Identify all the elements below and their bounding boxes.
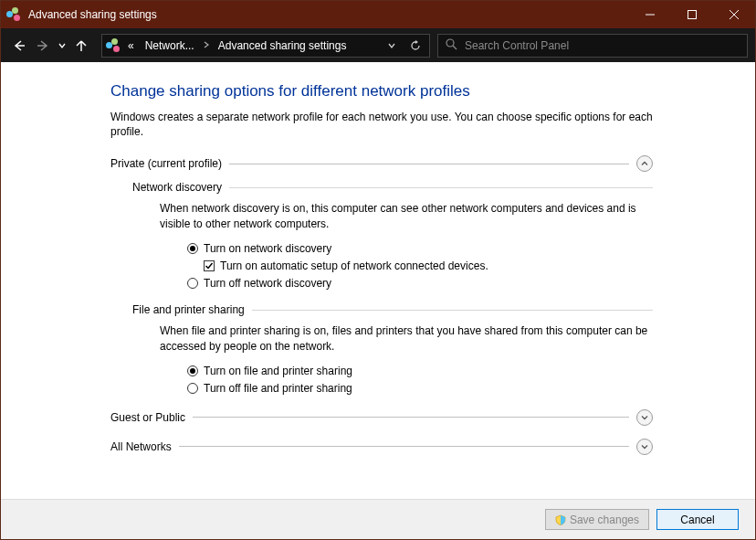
shield-icon: [555, 514, 566, 525]
section-all-title: All Networks: [110, 440, 172, 453]
file-printer-title: File and printer sharing: [132, 303, 245, 316]
cancel-label: Cancel: [680, 514, 714, 526]
titlebar: Advanced sharing settings: [1, 1, 755, 28]
subsection-file-printer: File and printer sharing When file and p…: [132, 303, 653, 396]
radio-label: Turn on file and printer sharing: [204, 364, 352, 379]
footer: Save changes Cancel: [1, 499, 755, 539]
svg-line-5: [453, 46, 457, 49]
radio-icon: [187, 278, 198, 289]
svg-rect-1: [688, 11, 697, 19]
cancel-button[interactable]: Cancel: [656, 509, 739, 530]
window-title: Advanced sharing settings: [28, 8, 629, 21]
section-guest-title: Guest or Public: [110, 411, 185, 424]
save-label: Save changes: [570, 514, 639, 526]
close-button[interactable]: [713, 1, 755, 28]
back-button[interactable]: [8, 35, 30, 57]
content-area: Change sharing options for different net…: [1, 62, 755, 539]
section-all-header[interactable]: All Networks: [110, 439, 653, 455]
checkbox-icon: [204, 260, 215, 271]
page-description: Windows creates a separate network profi…: [110, 110, 653, 139]
section-private-title: Private (current profile): [110, 157, 222, 170]
control-panel-icon: [6, 7, 21, 22]
radio-icon: [187, 383, 198, 394]
radio-file-printer-off[interactable]: Turn off file and printer sharing: [187, 381, 653, 397]
radio-discovery-off[interactable]: Turn off network discovery: [187, 276, 653, 291]
expand-icon[interactable]: [636, 439, 653, 455]
network-discovery-explain: When network discovery is on, this compu…: [160, 201, 653, 232]
network-discovery-title: Network discovery: [132, 181, 222, 194]
radio-discovery-on[interactable]: Turn on network discovery: [187, 241, 653, 257]
file-printer-explain: When file and printer sharing is on, fil…: [160, 323, 653, 355]
navigation-bar: « Network... Advanced sharing settings: [1, 28, 755, 62]
subsection-network-discovery: Network discovery When network discovery…: [132, 181, 653, 291]
search-box[interactable]: [437, 34, 748, 58]
checkbox-label: Turn on automatic setup of network conne…: [220, 259, 488, 274]
section-private-header[interactable]: Private (current profile): [110, 155, 653, 172]
search-input[interactable]: [465, 39, 740, 52]
radio-label: Turn off file and printer sharing: [204, 381, 352, 397]
address-bar[interactable]: « Network... Advanced sharing settings: [101, 34, 430, 58]
search-icon: [446, 38, 457, 53]
radio-label: Turn off network discovery: [204, 276, 331, 291]
radio-file-printer-on[interactable]: Turn on file and printer sharing: [187, 364, 653, 379]
recent-locations-button[interactable]: [56, 35, 68, 57]
location-icon: [106, 38, 121, 53]
breadcrumb-network[interactable]: Network...: [142, 39, 198, 52]
minimize-button[interactable]: [629, 1, 671, 28]
collapse-icon[interactable]: [636, 155, 653, 172]
forward-button[interactable]: [32, 35, 54, 57]
maximize-button[interactable]: [671, 1, 713, 28]
breadcrumb-prefix: «: [124, 39, 138, 52]
radio-icon: [187, 243, 198, 254]
save-changes-button[interactable]: Save changes: [545, 509, 649, 530]
page-heading: Change sharing options for different net…: [110, 82, 653, 101]
radio-icon: [187, 365, 198, 376]
breadcrumb-current[interactable]: Advanced sharing settings: [215, 39, 351, 52]
address-dropdown-icon[interactable]: [382, 42, 402, 49]
svg-point-4: [446, 39, 454, 47]
refresh-button[interactable]: [405, 40, 425, 51]
expand-icon[interactable]: [636, 409, 653, 426]
checkbox-auto-setup[interactable]: Turn on automatic setup of network conne…: [204, 259, 653, 274]
breadcrumb-separator-icon[interactable]: [202, 40, 211, 50]
radio-label: Turn on network discovery: [204, 241, 331, 257]
up-button[interactable]: [70, 35, 92, 57]
section-guest-header[interactable]: Guest or Public: [110, 409, 653, 426]
